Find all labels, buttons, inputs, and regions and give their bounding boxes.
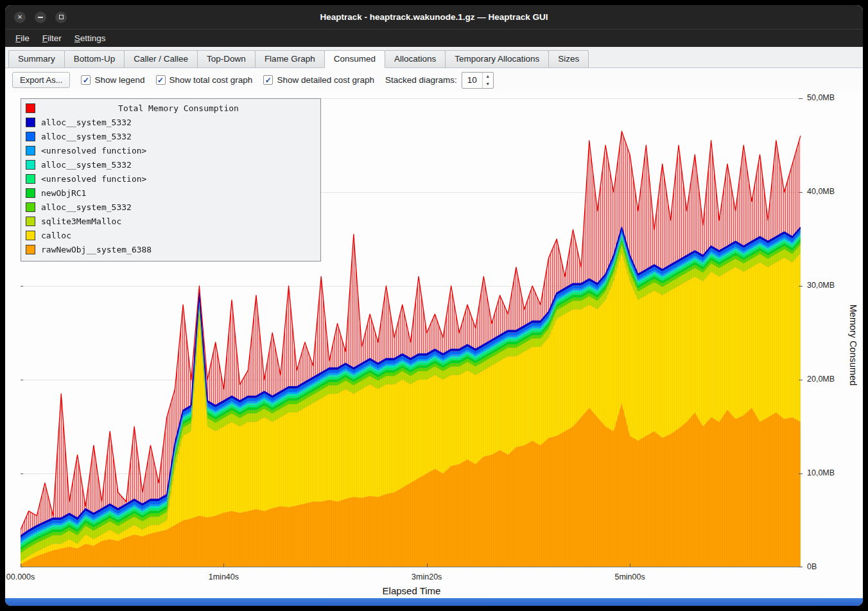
legend-item: alloc__system_5332 xyxy=(26,115,316,129)
legend-item: <unresolved function> xyxy=(26,143,316,157)
legend-label: Total Memory Consumption xyxy=(41,103,316,113)
checkbox-show-total-cost-graph[interactable]: ✓Show total cost graph xyxy=(156,75,253,85)
menu-filter[interactable]: Filter xyxy=(36,31,68,45)
legend-swatch xyxy=(26,217,35,226)
legend-swatch xyxy=(26,188,35,198)
maximize-icon xyxy=(59,15,64,19)
stacked-diagrams-control: Stacked diagrams: 10 ▲ ▼ xyxy=(385,72,494,89)
legend-item: alloc__system_5332 xyxy=(26,129,316,143)
legend-item: newObjRC1 xyxy=(26,186,316,200)
tab-flame-graph[interactable]: Flame Graph xyxy=(255,50,325,67)
tab-temporary-allocations[interactable]: Temporary Allocations xyxy=(445,50,549,67)
close-button[interactable]: ✕ xyxy=(14,12,26,23)
menu-settings[interactable]: Settings xyxy=(68,31,112,45)
legend-swatch xyxy=(26,231,35,240)
legend-swatch xyxy=(26,160,35,170)
tab-top-down[interactable]: Top-Down xyxy=(197,50,256,67)
legend-swatch xyxy=(26,103,35,113)
tab-sizes[interactable]: Sizes xyxy=(548,50,589,67)
chart-area: Total Memory Consumptionalloc__system_53… xyxy=(5,92,863,598)
tab-allocations[interactable]: Allocations xyxy=(385,50,446,67)
title-bar: ✕ Heaptrack - heaptrack.wakunode.1.gz — … xyxy=(5,5,863,29)
checkbox-label: Show detailed cost graph xyxy=(277,75,374,85)
y-tick-label: 10,0MB xyxy=(807,468,835,477)
toolbar-checkboxes: ✓Show legend✓Show total cost graph✓Show … xyxy=(81,75,374,85)
legend-swatch xyxy=(26,146,35,155)
toolbar: Export As... ✓Show legend✓Show total cos… xyxy=(5,68,863,92)
tab-bar: SummaryBottom-UpCaller / CalleeTop-DownF… xyxy=(5,47,863,68)
legend-label: alloc__system_5332 xyxy=(41,202,132,212)
y-tick-label: 40,0MB xyxy=(807,187,835,196)
window-controls: ✕ xyxy=(5,12,67,23)
spin-down-icon[interactable]: ▼ xyxy=(483,80,493,88)
tab-summary[interactable]: Summary xyxy=(8,50,65,67)
stacked-diagrams-label: Stacked diagrams: xyxy=(385,75,457,85)
legend-label: alloc__system_5332 xyxy=(41,132,132,141)
legend-item: rawNewObj__system_6388 xyxy=(26,242,316,256)
stacked-diagrams-value[interactable]: 10 xyxy=(462,73,482,88)
legend-item: alloc__system_5332 xyxy=(26,200,316,214)
minimize-icon xyxy=(38,17,43,18)
spin-up-icon[interactable]: ▲ xyxy=(483,73,493,80)
legend-title-row: Total Memory Consumption xyxy=(26,101,316,115)
checkbox-show-detailed-cost-graph[interactable]: ✓Show detailed cost graph xyxy=(263,75,374,85)
maximize-button[interactable] xyxy=(55,12,67,23)
menu-bar: FileFilterSettings xyxy=(5,29,863,47)
legend-label: newObjRC1 xyxy=(41,188,86,198)
legend-label: alloc__system_5332 xyxy=(41,160,132,170)
export-as-button[interactable]: Export As... xyxy=(12,72,70,88)
x-tick-label: 5min00s xyxy=(614,572,645,581)
y-tick-label: 20,0MB xyxy=(807,375,835,384)
y-tick-label: 0B xyxy=(807,562,817,571)
checkbox-label: Show total cost graph xyxy=(169,75,253,85)
checkbox-show-legend[interactable]: ✓Show legend xyxy=(81,75,144,85)
x-tick-label: 00.000s xyxy=(6,572,35,581)
menu-file[interactable]: File xyxy=(9,31,36,45)
stacked-diagrams-spinbox[interactable]: 10 ▲ ▼ xyxy=(462,72,494,89)
legend-item: sqlite3MemMalloc xyxy=(26,214,316,228)
legend-swatch xyxy=(26,202,35,212)
tab-caller-callee[interactable]: Caller / Callee xyxy=(124,50,198,67)
chart-legend: Total Memory Consumptionalloc__system_53… xyxy=(21,98,321,261)
app-window: ✕ Heaptrack - heaptrack.wakunode.1.gz — … xyxy=(5,5,863,606)
y-tick-label: 30,0MB xyxy=(807,281,835,290)
legend-item: <unresolved function> xyxy=(26,172,316,186)
tab-bottom-up[interactable]: Bottom-Up xyxy=(64,50,125,67)
legend-label: <unresolved function> xyxy=(41,146,146,155)
window-title: Heaptrack - heaptrack.wakunode.1.gz — He… xyxy=(5,12,863,22)
tab-consumed[interactable]: Consumed xyxy=(324,50,385,68)
legend-swatch xyxy=(26,132,35,141)
legend-swatch xyxy=(26,245,35,254)
legend-label: <unresolved function> xyxy=(41,174,146,184)
spinbox-arrows: ▲ ▼ xyxy=(482,73,493,88)
y-tick-label: 50,0MB xyxy=(807,93,835,102)
legend-swatch xyxy=(26,174,35,184)
legend-swatch xyxy=(26,118,35,127)
legend-item: alloc__system_5332 xyxy=(26,157,316,172)
legend-item: calloc xyxy=(26,228,316,242)
legend-label: alloc__system_5332 xyxy=(41,118,132,127)
checkbox-icon[interactable]: ✓ xyxy=(156,75,166,85)
legend-label: sqlite3MemMalloc xyxy=(41,217,121,226)
checkbox-icon[interactable]: ✓ xyxy=(81,75,91,85)
legend-label: rawNewObj__system_6388 xyxy=(41,245,152,254)
y-axis-title: Memory Consumed xyxy=(848,305,858,386)
x-axis-title: Elapsed Time xyxy=(21,585,803,596)
x-tick-label: 3min20s xyxy=(412,572,442,581)
checkbox-label: Show legend xyxy=(94,75,144,85)
minimize-button[interactable] xyxy=(35,12,46,23)
legend-label: calloc xyxy=(41,231,71,240)
bottom-progress-bar xyxy=(5,598,863,606)
checkbox-icon[interactable]: ✓ xyxy=(263,75,273,85)
x-tick-label: 1min40s xyxy=(209,572,239,581)
